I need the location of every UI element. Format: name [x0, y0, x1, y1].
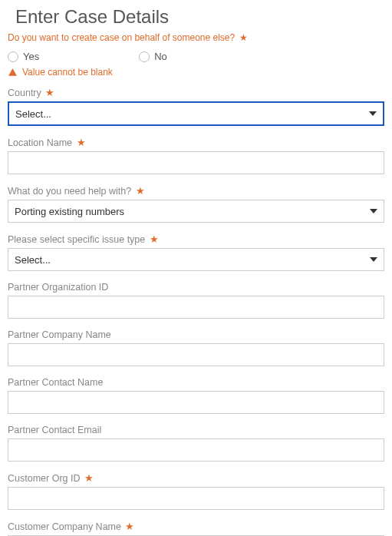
partner-org-id-label: Partner Organization ID [8, 282, 384, 293]
field-location-name: Location Name ★ [8, 137, 384, 174]
country-select[interactable]: Select... [8, 101, 384, 126]
field-help-with: What do you need help with? ★ Porting ex… [8, 185, 384, 223]
location-name-input[interactable] [8, 151, 384, 174]
radio-yes[interactable]: Yes [8, 51, 39, 62]
issue-type-label: Please select specific issue type ★ [8, 233, 384, 245]
required-star: ★ [136, 186, 145, 197]
customer-org-id-label: Customer Org ID ★ [8, 472, 384, 484]
behalf-question: Do you want to create case on behalf of … [8, 32, 384, 43]
help-with-label: What do you need help with? ★ [8, 185, 384, 197]
page-title: Enter Case Details [15, 6, 384, 28]
error-message: Value cannot be blank [8, 67, 384, 78]
label-text: Customer Company Name [8, 521, 121, 532]
label-text: Country [8, 88, 41, 98]
customer-company-label: Customer Company Name ★ [8, 521, 384, 532]
warning-icon [8, 68, 18, 78]
field-partner-company: Partner Company Name [8, 329, 384, 366]
behalf-radio-group: Yes No [8, 51, 384, 62]
customer-org-id-input[interactable] [8, 487, 384, 510]
required-star: ★ [150, 234, 159, 245]
field-partner-contact-name: Partner Contact Name [8, 377, 384, 414]
behalf-question-text: Do you want to create case on behalf of … [8, 32, 235, 43]
partner-contact-name-label: Partner Contact Name [8, 377, 384, 388]
country-label: Country ★ [8, 87, 384, 98]
error-text: Value cannot be blank [22, 67, 113, 78]
radio-no-label: No [154, 51, 167, 62]
location-name-label: Location Name ★ [8, 137, 384, 148]
required-star: ★ [239, 32, 248, 43]
partner-contact-name-input[interactable] [8, 391, 384, 414]
label-text: Customer Org ID [8, 473, 80, 484]
partner-org-id-input[interactable] [8, 296, 384, 319]
radio-yes-label: Yes [23, 51, 39, 62]
required-star: ★ [84, 473, 94, 484]
field-partner-contact-email: Partner Contact Email [8, 425, 384, 462]
label-text: Please select specific issue type [8, 234, 145, 245]
field-customer-company: Customer Company Name ★ [8, 521, 384, 536]
partner-company-label: Partner Company Name [8, 329, 384, 340]
radio-circle-icon [139, 51, 150, 62]
label-text: What do you need help with? [8, 186, 131, 197]
partner-contact-email-input[interactable] [8, 438, 384, 462]
label-text: Location Name [8, 137, 72, 148]
field-country: Country ★ Select... [8, 87, 384, 126]
partner-contact-email-label: Partner Contact Email [8, 425, 384, 435]
help-with-select[interactable]: Porting existing numbers [8, 200, 384, 223]
required-star: ★ [125, 521, 134, 532]
field-partner-org-id: Partner Organization ID [8, 282, 384, 319]
partner-company-input[interactable] [8, 343, 384, 366]
required-star: ★ [45, 88, 54, 98]
field-customer-org-id: Customer Org ID ★ [8, 472, 384, 510]
radio-circle-icon [8, 51, 18, 62]
field-issue-type: Please select specific issue type ★ Sele… [8, 233, 384, 271]
radio-no[interactable]: No [139, 51, 167, 62]
issue-type-select[interactable]: Select... [8, 248, 384, 271]
required-star: ★ [77, 137, 86, 148]
